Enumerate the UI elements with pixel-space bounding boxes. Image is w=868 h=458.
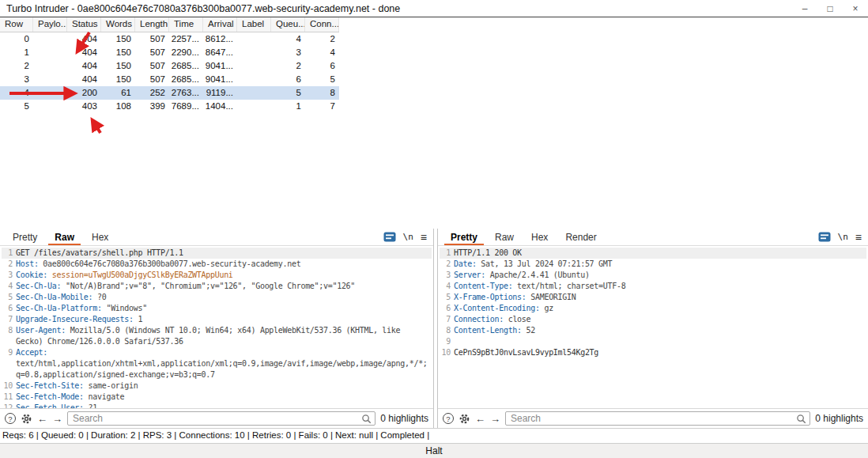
line-number: 12 — [2, 403, 16, 408]
editor-line: 3Cookie: session=uTwgU500aDjgyCSlkByERaZ… — [2, 270, 432, 281]
cell-label — [237, 32, 271, 46]
line-text: X-Content-Encoding: gz — [454, 303, 866, 314]
line-text: X-Frame-Options: SAMEORIGIN — [454, 292, 866, 303]
prev-match-icon[interactable]: ← — [37, 414, 47, 424]
cell-time: 2685... — [169, 73, 203, 86]
cell-status: 404 — [67, 32, 101, 46]
cell-status: 404 — [67, 46, 101, 59]
tab-hex[interactable]: Hex — [525, 229, 554, 245]
cell-length: 399 — [135, 100, 169, 113]
tab-pretty[interactable]: Pretty — [6, 229, 43, 245]
cell-payload — [33, 59, 67, 73]
editor-line: 7Connection: close — [440, 314, 866, 325]
next-match-icon[interactable]: → — [490, 414, 500, 424]
cell-words: 61 — [101, 86, 135, 100]
line-number: 7 — [440, 314, 454, 325]
cell-words: 108 — [101, 100, 135, 113]
cell-queue: 5 — [271, 86, 305, 100]
settings-gear-icon[interactable] — [459, 413, 470, 425]
line-text: Server: Apache/2.4.41 (Ubuntu) — [454, 270, 866, 281]
response-content[interactable]: 1HTTP/1.1 200 OK2Date: Sat, 13 Jul 2024 … — [438, 246, 868, 408]
settings-gear-icon[interactable] — [21, 413, 32, 425]
table-row[interactable]: 34041505072685...9041...65 — [0, 73, 339, 86]
line-number: 1 — [440, 248, 454, 259]
tab-render[interactable]: Render — [559, 229, 602, 245]
editor-line: 7Upgrade-Insecure-Requests: 1 — [2, 314, 432, 325]
cell-arrival: 1404... — [203, 100, 237, 113]
tab-pretty[interactable]: Pretty — [444, 229, 484, 245]
cell-length: 507 — [135, 46, 169, 59]
request-search-bar: ? ← → 0 highlights — [0, 408, 433, 428]
help-icon[interactable]: ? — [5, 413, 16, 424]
editor-line: 8User-Agent: Mozilla/5.0 (Windows NT 10.… — [2, 325, 432, 347]
table-row[interactable]: 54031083997689...1404...17 — [0, 100, 339, 113]
results-table-body: 04041505072257...8612...4214041505072290… — [0, 32, 868, 113]
halt-button[interactable]: Halt — [0, 443, 868, 458]
column-header-arrival[interactable]: Arrival — [203, 17, 237, 32]
prev-match-icon[interactable]: ← — [475, 414, 485, 424]
editor-line: 4Content-Type: text/html; charset=UTF-8 — [440, 281, 866, 292]
request-content[interactable]: 1GET /files/avatars/shell.php HTTP/1.12H… — [0, 246, 433, 408]
inspector-panel-icon[interactable] — [383, 232, 396, 242]
table-row[interactable]: 04041505072257...8612...42 — [0, 32, 339, 46]
response-search-input[interactable] — [505, 411, 810, 426]
cell-queue: 6 — [271, 73, 305, 86]
request-search-input[interactable] — [67, 411, 376, 426]
search-icon — [361, 414, 372, 424]
column-header-conn[interactable]: Conn... — [305, 17, 339, 32]
cell-arrival: 9041... — [203, 73, 237, 86]
help-icon[interactable]: ? — [443, 413, 454, 424]
cell-queue: 1 — [271, 100, 305, 113]
tab-raw[interactable]: Raw — [48, 229, 81, 245]
message-editors: PrettyRawHex \n ≡ 1GET /files/avatars/sh… — [0, 229, 868, 428]
cell-time: 2685... — [169, 59, 203, 73]
cell-length: 507 — [135, 59, 169, 73]
column-header-words[interactable]: Words — [101, 17, 135, 32]
tab-hex[interactable]: Hex — [85, 229, 115, 245]
request-tabs: PrettyRawHex — [6, 229, 119, 245]
line-text: Connection: close — [454, 314, 866, 325]
table-row[interactable]: 4200612522763...9119...58 — [0, 86, 339, 100]
menu-icon[interactable]: ≡ — [421, 232, 427, 243]
next-match-icon[interactable]: → — [52, 414, 62, 424]
close-button[interactable]: × — [843, 0, 868, 17]
response-search-wrap — [505, 411, 810, 426]
column-header-status[interactable]: Status — [67, 17, 101, 32]
cell-words: 150 — [101, 32, 135, 46]
column-header-row[interactable]: Row — [0, 17, 33, 32]
table-row[interactable]: 14041505072290...8647...34 — [0, 46, 339, 59]
column-header-queue[interactable]: Queu... — [271, 17, 305, 32]
newline-toggle-icon[interactable]: \n — [403, 232, 413, 242]
cell-length: 252 — [135, 86, 169, 100]
table-row[interactable]: 24041505072685...9041...26 — [0, 59, 339, 73]
cell-words: 150 — [101, 73, 135, 86]
editor-line: 6Sec-Ch-Ua-Platform: "Windows" — [2, 303, 432, 314]
newline-toggle-icon[interactable]: \n — [838, 232, 848, 242]
cell-payload — [33, 46, 67, 59]
editor-line: 1GET /files/avatars/shell.php HTTP/1.1 — [2, 248, 432, 259]
editor-line: 3Server: Apache/2.4.41 (Ubuntu) — [440, 270, 866, 281]
cell-row: 0 — [0, 32, 33, 46]
menu-icon[interactable]: ≡ — [855, 232, 862, 243]
response-search-bar: ? ← → 0 highlights — [438, 408, 868, 428]
request-editor: PrettyRawHex \n ≡ 1GET /files/avatars/sh… — [0, 229, 434, 428]
line-number: 1 — [2, 248, 16, 259]
request-highlights-count: 0 highlights — [380, 413, 428, 424]
column-header-label[interactable]: Label — [237, 17, 271, 32]
response-tab-bar: PrettyRawHexRender \n ≡ — [438, 229, 868, 246]
column-header-payload[interactable]: Paylo... — [33, 17, 67, 32]
cell-conn: 4 — [305, 46, 339, 59]
tab-raw[interactable]: Raw — [489, 229, 520, 245]
inspector-panel-icon[interactable] — [818, 232, 831, 242]
maximize-button[interactable]: □ — [817, 0, 843, 17]
line-text: Sec-Ch-Ua: "Not/A)Brand";v="8", "Chromiu… — [16, 281, 432, 292]
line-text: Date: Sat, 13 Jul 2024 07:21:57 GMT — [454, 259, 866, 270]
editor-line: 11Sec-Fetch-Mode: navigate — [2, 392, 432, 403]
response-highlights-count: 0 highlights — [815, 413, 863, 424]
line-text: Sec-Ch-Ua-Platform: "Windows" — [16, 303, 432, 314]
line-text: HTTP/1.1 200 OK — [454, 248, 866, 259]
minimize-button[interactable]: – — [792, 0, 817, 17]
column-header-length[interactable]: Length — [135, 17, 169, 32]
line-text: Accept: text/html,application/xhtml+xml,… — [16, 347, 432, 380]
column-header-time[interactable]: Time — [169, 17, 203, 32]
